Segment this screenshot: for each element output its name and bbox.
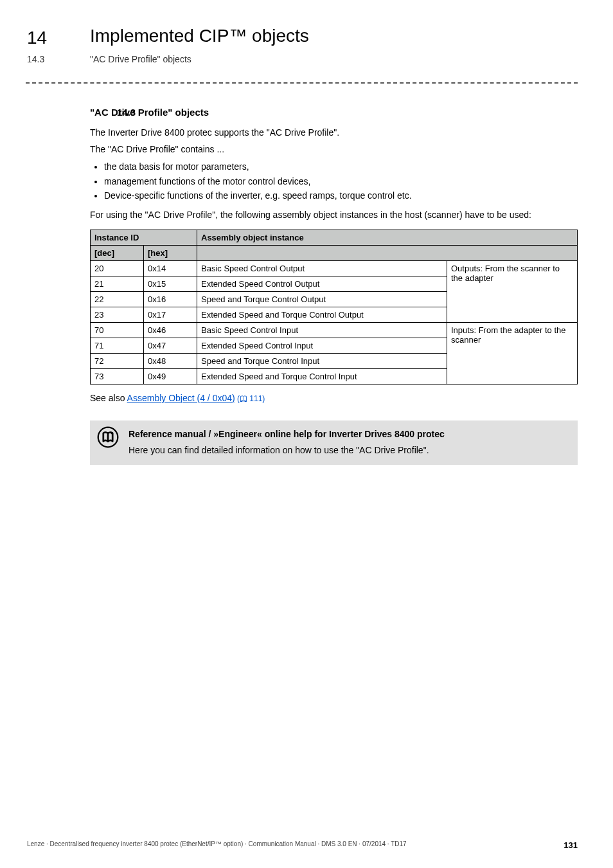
svg-point-2 [111,431,114,434]
paragraph: The Inverter Drive 8400 protec supports … [90,127,578,140]
col-hex: [hex] [144,245,197,260]
bullet-list: the data basis for motor parameters, man… [90,159,578,203]
see-also: See also Assembly Object (4 / 0x04) (🕮 1… [90,392,578,405]
see-also-prefix: See also [90,393,127,403]
group-outputs: Outputs: From the scanner to the adapter [447,260,578,322]
divider [26,82,578,84]
col-empty [197,245,578,260]
book-pointer-icon [96,426,120,449]
assembly-table: Instance ID Assembly object instance [de… [90,230,578,384]
paragraph: For using the "AC Drive Profile", the fo… [90,209,578,222]
page-ref: (🕮 111) [235,394,265,403]
list-item: the data basis for motor parameters, [104,159,578,174]
table-row: 20 0x14 Basic Speed Control Output Outpu… [91,260,578,276]
subheader-title: "AC Drive Profile" objects [90,54,578,64]
list-item: management functions of the motor contro… [104,174,578,188]
body-text: The Inverter Drive 8400 protec supports … [90,127,578,465]
page-number: 131 [564,840,578,850]
section-title: "AC Drive Profile" objects [90,107,578,118]
info-text: Here you can find detailed information o… [129,444,570,457]
col-assembly: Assembly object instance [197,230,578,245]
section-number: 14.3 [117,107,136,118]
table-row: 70 0x46 Basic Speed Control Input Inputs… [91,322,578,338]
subheader-number: 14.3 [27,54,44,64]
col-dec: [dec] [91,245,144,260]
info-box: Reference manual / »Engineer« online hel… [90,420,578,465]
list-item: Device-specific functions of the inverte… [104,188,578,203]
paragraph: The "AC Drive Profile" contains ... [90,143,578,156]
group-inputs: Inputs: From the adapter to the scanner [447,322,578,384]
page-footer: Lenze · Decentralised frequency inverter… [27,840,578,850]
info-title: Reference manual / »Engineer« online hel… [129,428,570,441]
footer-left: Lenze · Decentralised frequency inverter… [27,840,407,850]
assembly-object-link[interactable]: Assembly Object (4 / 0x04) [127,393,235,403]
col-instance: Instance ID [91,230,197,245]
chapter-title: Implemented CIP™ objects [90,26,578,46]
chapter-number: 14 [27,28,47,48]
